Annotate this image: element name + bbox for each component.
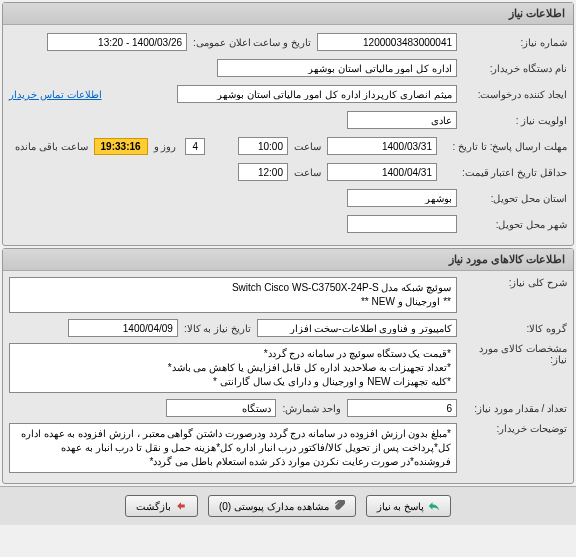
validity-time-label: ساعت [288,167,327,178]
row-priority: اولویت نیاز : [9,109,567,131]
remaining-area: 4 روز و 19:33:16 ساعت باقی مانده [9,138,208,155]
deadline-time-label: ساعت [288,141,327,152]
row-requester: ایجاد کننده درخواست: اطلاعات تماس خریدار [9,83,567,105]
need-number-field[interactable] [317,33,457,51]
attachment-icon [333,500,345,512]
validity-label: حداقل تاریخ اعتبار قیمت: [437,167,567,178]
delivery-city-field[interactable] [347,215,457,233]
buyer-notes-field[interactable]: *مبلغ بدون ارزش افزوده در سامانه درج گرد… [9,423,457,473]
spec-field[interactable]: *قیمت یک دستگاه سوئیچ در سامانه درج گردد… [9,343,457,393]
row-delivery-province: استان محل تحویل: [9,187,567,209]
row-validity: حداقل تاریخ اعتبار قیمت: ساعت [9,161,567,183]
row-buyer-notes: توضیحات خریدار: *مبلغ بدون ارزش افزوده د… [9,423,567,473]
goods-info-header: اطلاعات کالاهای مورد نیاز [3,249,573,271]
goods-info-panel: اطلاعات کالاهای مورد نیاز شرح کلی نیاز: … [2,248,574,484]
day-label: روز و [148,141,183,152]
announce-field[interactable] [47,33,187,51]
delivery-province-field[interactable] [347,189,457,207]
spec-label: مشخصات کالای مورد نیاز: [457,343,567,365]
row-qty: تعداد / مقدار مورد نیاز: واحد شمارش: [9,397,567,419]
row-buyer-org: نام دستگاه خریدار: [9,57,567,79]
back-icon [175,500,187,512]
row-item-desc: شرح کلی نیاز: سوئیچ شبکه مدل Switch Cisc… [9,277,567,313]
requester-label: ایجاد کننده درخواست: [457,89,567,100]
row-delivery-city: شهر محل تحویل: [9,213,567,235]
attachments-button-label: مشاهده مدارک پیوستی (0) [219,501,329,512]
item-desc-field[interactable]: سوئیچ شبکه مدل Switch Cisco WS-C3750X-24… [9,277,457,313]
qty-label: تعداد / مقدار مورد نیاز: [457,403,567,414]
countdown-box: 19:33:16 [94,138,148,155]
reply-icon [428,500,440,512]
qty-field[interactable] [347,399,457,417]
row-group: گروه کالا: تاریخ نیاز به کالا: [9,317,567,339]
need-info-body: شماره نیاز: تاریخ و ساعت اعلان عمومی: نا… [3,25,573,245]
need-date-label: تاریخ نیاز به کالا: [178,323,257,334]
requester-field[interactable] [177,85,457,103]
priority-label: اولویت نیاز : [457,115,567,126]
item-desc-label: شرح کلی نیاز: [457,277,567,288]
validity-time-field[interactable] [238,163,288,181]
deadline-label: مهلت ارسال پاسخ: تا تاریخ : [437,141,567,152]
respond-button[interactable]: پاسخ به نیاز [366,495,452,517]
buyer-org-label: نام دستگاه خریدار: [457,63,567,74]
unit-field[interactable] [166,399,276,417]
need-date-field[interactable] [68,319,178,337]
buyer-notes-label: توضیحات خریدار: [457,423,567,434]
need-info-panel: اطلاعات نیاز شماره نیاز: تاریخ و ساعت اع… [2,2,574,246]
delivery-city-label: شهر محل تحویل: [457,219,567,230]
row-spec: مشخصات کالای مورد نیاز: *قیمت یک دستگاه … [9,343,567,393]
delivery-province-label: استان محل تحویل: [457,193,567,204]
need-info-header: اطلاعات نیاز [3,3,573,25]
buyer-org-field[interactable] [217,59,457,77]
days-remaining-box: 4 [185,138,205,155]
back-button[interactable]: بازگشت [125,495,198,517]
priority-field[interactable] [347,111,457,129]
announce-label: تاریخ و ساعت اعلان عمومی: [187,37,317,48]
row-deadline: مهلت ارسال پاسخ: تا تاریخ : ساعت 4 روز و… [9,135,567,157]
row-need-number: شماره نیاز: تاریخ و ساعت اعلان عمومی: [9,31,567,53]
goods-info-body: شرح کلی نیاز: سوئیچ شبکه مدل Switch Cisc… [3,271,573,483]
attachments-button[interactable]: مشاهده مدارک پیوستی (0) [208,495,356,517]
unit-label: واحد شمارش: [276,403,347,414]
group-field[interactable] [257,319,457,337]
deadline-date-field[interactable] [327,137,437,155]
deadline-time-field[interactable] [238,137,288,155]
respond-button-label: پاسخ به نیاز [377,501,425,512]
group-label: گروه کالا: [457,323,567,334]
need-number-label: شماره نیاز: [457,37,567,48]
back-button-label: بازگشت [136,501,171,512]
button-bar: پاسخ به نیاز مشاهده مدارک پیوستی (0) باز… [0,486,576,525]
remaining-label: ساعت باقی مانده [9,141,94,152]
validity-date-field[interactable] [327,163,437,181]
buyer-contact-link[interactable]: اطلاعات تماس خریدار [9,89,102,100]
